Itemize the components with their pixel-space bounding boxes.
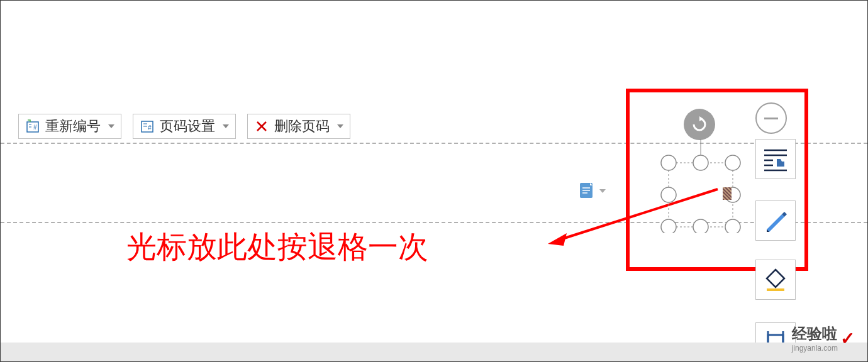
dropdown-arrow-icon: [108, 124, 114, 128]
svg-text:#: #: [33, 124, 37, 131]
svg-point-24: [725, 155, 740, 170]
paragraph-mark-icon[interactable]: [579, 182, 594, 199]
pen-icon: [762, 207, 789, 234]
dropdown-arrow-icon: [223, 124, 229, 128]
page-settings-button[interactable]: # 页码设置: [133, 114, 236, 139]
delete-page-button[interactable]: 删除页码: [247, 114, 350, 139]
object-side-panel: [755, 139, 796, 241]
svg-point-28: [693, 219, 708, 233]
svg-text:#: #: [148, 124, 152, 131]
page-settings-label: 页码设置: [160, 117, 215, 136]
pen-tool-button[interactable]: [755, 200, 796, 241]
svg-point-25: [661, 187, 676, 202]
dropdown-arrow-icon: [337, 124, 343, 128]
collapse-button[interactable]: [755, 102, 787, 134]
page-settings-icon: #: [140, 119, 155, 134]
page-toolbar: # 重新编号 # 页码设置 删除页码: [18, 114, 350, 139]
renumber-icon: #: [25, 119, 40, 134]
renumber-button[interactable]: # 重新编号: [18, 114, 121, 139]
shape-fill-icon: [762, 266, 789, 293]
wrap-text-icon: [762, 145, 789, 173]
svg-point-22: [661, 155, 676, 170]
svg-marker-15: [548, 233, 567, 246]
minus-icon: [764, 118, 778, 119]
text-wrap-button[interactable]: [755, 139, 796, 179]
svg-rect-35: [767, 288, 784, 291]
renumber-label: 重新编号: [45, 117, 101, 136]
watermark: 经验啦 jingyanla.com ✓: [792, 324, 855, 353]
status-bar: [1, 343, 867, 361]
watermark-url: jingyanla.com: [792, 344, 838, 353]
dropdown-arrow-icon[interactable]: [599, 189, 606, 193]
delete-page-label: 删除页码: [274, 117, 330, 136]
rotate-icon: [690, 115, 709, 134]
annotation-text: 光标放此处按退格一次: [126, 227, 428, 267]
checkmark-icon: ✓: [840, 328, 855, 349]
selected-object[interactable]: [723, 187, 732, 200]
delete-icon: [254, 119, 269, 134]
svg-point-29: [725, 219, 740, 233]
rotate-handle[interactable]: [684, 109, 715, 140]
watermark-text: 经验啦: [792, 325, 837, 342]
svg-point-23: [693, 155, 708, 170]
shape-fill-button[interactable]: [755, 260, 796, 300]
svg-point-27: [661, 219, 676, 233]
selection-handles[interactable]: [660, 139, 742, 233]
